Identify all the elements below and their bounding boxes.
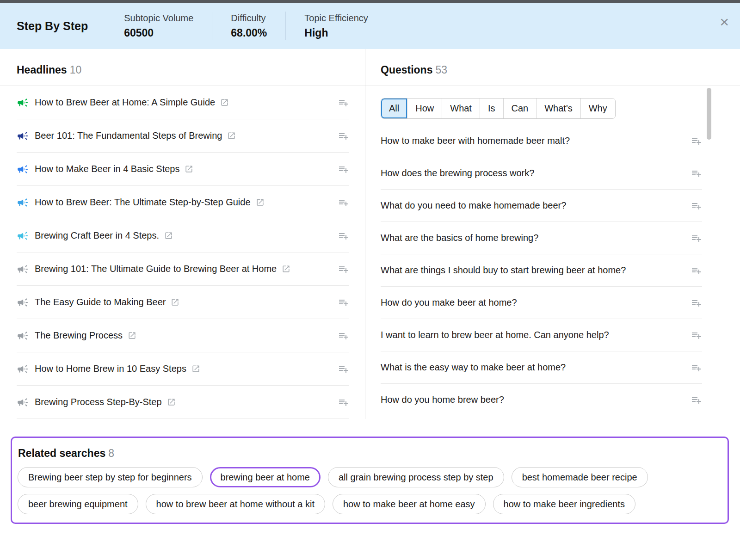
headline-text: Brewing Craft Beer in 4 Steps. [35,230,159,241]
add-to-list-icon[interactable] [691,297,702,308]
external-link-icon[interactable] [185,165,193,173]
megaphone-icon [17,363,29,375]
headline-text: Brewing Process Step-By-Step [35,397,162,407]
megaphone-icon [17,296,29,308]
add-to-list-icon[interactable] [338,164,349,175]
tab-why[interactable]: Why [580,98,615,118]
external-link-icon[interactable] [256,198,265,207]
questions-list: How to make beer with homemade beer malt… [365,125,740,416]
add-to-list-icon[interactable] [338,297,349,308]
questions-column: Questions53 All How What Is Can What's W… [365,49,740,419]
questions-title: Questions [381,64,432,76]
add-to-list-icon[interactable] [691,394,702,406]
headline-row: Beer 101: The Fundamental Steps of Brewi… [17,119,349,153]
related-search-pill[interactable]: beer brewing equipment [18,494,138,514]
tab-whats[interactable]: What's [536,98,580,118]
add-to-list-icon[interactable] [691,233,702,244]
question-row: How do you home brew beer? [381,384,702,416]
add-to-list-icon[interactable] [691,135,702,147]
megaphone-icon [17,396,29,408]
tab-is[interactable]: Is [480,98,503,118]
external-link-icon[interactable] [220,98,229,107]
question-text: I want to learn to brew beer at home. Ca… [381,330,609,340]
add-to-list-icon[interactable] [338,330,349,341]
add-to-list-icon[interactable] [691,330,702,341]
megaphone-icon [17,330,29,342]
question-text: How does the brewing process work? [381,168,534,178]
related-search-pill[interactable]: best homemade beer recipe [512,467,648,487]
external-link-icon[interactable] [191,364,200,373]
stat-value: High [304,27,368,39]
megaphone-icon [17,197,29,209]
add-to-list-icon[interactable] [338,97,349,108]
content-columns: Headlines10 How to Brew Beer at Home: A … [0,49,740,419]
question-text: What are the basics of home brewing? [381,233,538,243]
add-to-list-icon[interactable] [691,362,702,373]
question-text: How do you make beer at home? [381,297,517,308]
related-search-pill[interactable]: all grain brewing process step by step [328,467,504,487]
megaphone-icon [17,130,29,142]
close-icon[interactable]: × [720,14,729,30]
question-row: What do you need to make homemade beer? [381,190,702,222]
add-to-list-icon[interactable] [338,397,349,408]
headline-row: How to Brew Beer: The Ultimate Step-by-S… [17,186,349,219]
megaphone-icon [17,230,29,242]
headline-text: Brewing 101: The Ultimate Guide to Brewi… [35,264,277,274]
stat-label: Topic Efficiency [304,13,368,24]
headline-row: Brewing Craft Beer in 4 Steps. [17,219,349,252]
headlines-count: 10 [70,64,82,76]
divider [285,12,286,40]
add-to-list-icon[interactable] [691,265,702,276]
external-link-icon[interactable] [282,265,290,273]
stat-value: 68.00% [231,27,267,39]
headline-text: How to Brew Beer at Home: A Simple Guide [35,97,215,108]
page-title: Step By Step [17,19,88,33]
stat-topic-efficiency: Topic Efficiency High [304,13,368,39]
external-link-icon[interactable] [227,131,236,140]
tab-what[interactable]: What [442,98,480,118]
add-to-list-icon[interactable] [338,230,349,241]
questions-count: 53 [435,64,447,76]
question-row: I want to learn to brew beer at home. Ca… [381,319,702,351]
add-to-list-icon[interactable] [338,264,349,275]
related-searches-pills: Brewing beer step by step for beginners … [18,467,719,514]
question-row: What are the basics of home brewing? [381,222,702,254]
headline-text: The Easy Guide to Making Beer [35,297,166,308]
tab-all[interactable]: All [381,98,407,118]
related-search-pill[interactable]: how to make beer ingredients [493,494,635,514]
add-to-list-icon[interactable] [691,200,702,211]
megaphone-icon [17,263,29,275]
external-link-icon[interactable] [164,231,173,240]
related-searches-panel: Related searches8 Brewing beer step by s… [11,437,729,524]
add-to-list-icon[interactable] [338,363,349,375]
question-text: What do you need to make homemade beer? [381,200,566,211]
question-text: What is the easy way to make beer at hom… [381,362,566,373]
add-to-list-icon[interactable] [338,130,349,142]
external-link-icon[interactable] [167,398,176,406]
related-searches-title: Related searches [18,447,105,459]
scrollbar-thumb[interactable] [707,88,711,140]
headline-text: The Brewing Process [35,330,123,341]
related-search-pill[interactable]: Brewing beer step by step for beginners [18,467,203,487]
question-row: How does the brewing process work? [381,157,702,190]
headline-text: How to Make Beer in 4 Basic Steps [35,164,179,174]
headline-row: How to Home Brew in 10 Easy Steps [17,352,349,386]
external-link-icon[interactable] [171,298,179,307]
add-to-list-icon[interactable] [691,168,702,179]
external-link-icon[interactable] [128,331,136,340]
headlines-heading: Headlines10 [0,49,365,86]
question-row: How do you make beer at home? [381,287,702,319]
stat-label: Subtopic Volume [124,13,193,24]
related-searches-count: 8 [108,447,114,459]
question-filter-tabs: All How What Is Can What's Why [381,98,616,119]
related-search-pill[interactable]: how to brew beer at home without a kit [146,494,325,514]
tab-how[interactable]: How [407,98,442,118]
related-search-pill[interactable]: how to make beer at home easy [333,494,486,514]
related-search-pill[interactable]: brewing beer at home [210,467,321,487]
stat-label: Difficulty [231,13,267,24]
add-to-list-icon[interactable] [338,197,349,208]
headlines-title: Headlines [17,64,67,76]
tab-can[interactable]: Can [503,98,536,118]
stat-difficulty: Difficulty 68.00% [231,13,267,39]
megaphone-icon [17,163,29,175]
